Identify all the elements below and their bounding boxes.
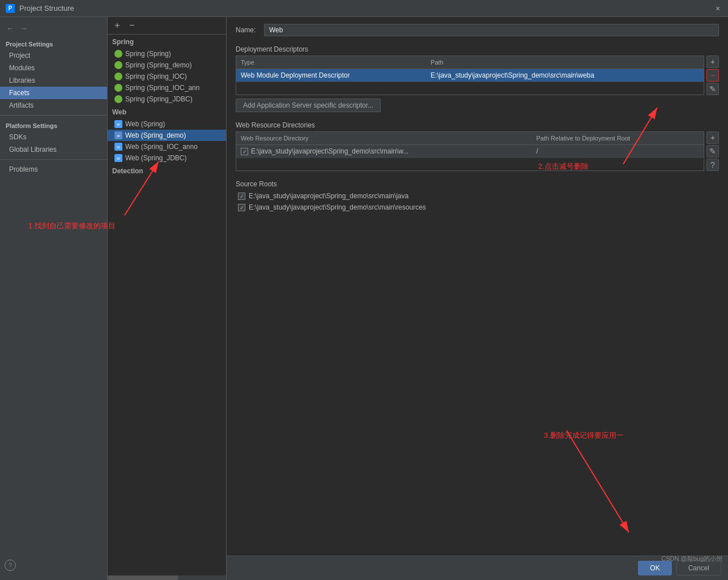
- name-row: Name:: [236, 24, 719, 36]
- project-settings-header: Project Settings: [0, 37, 107, 49]
- table-row[interactable]: Web Module Deployment Descriptor E:\java…: [236, 69, 704, 82]
- web-resource-table-wrapper: Web Resource Directory Path Relative to …: [236, 131, 704, 171]
- forward-button[interactable]: →: [18, 23, 29, 34]
- middle-panel: + − Spring Spring (Spring) Spring (Sprin…: [108, 17, 227, 580]
- tree-item-web-spring[interactable]: w Web (Spring): [108, 118, 226, 130]
- tree-item-web-jdbc[interactable]: w Web (Spring_JDBC): [108, 152, 226, 164]
- deployment-table-wrapper: Type Path Web Module Deployment Descript…: [236, 56, 704, 95]
- sidebar-bottom: ?: [0, 555, 107, 575]
- source-root-path-0: E:\java_study\javaproject\Spring_demo\sr…: [249, 192, 408, 200]
- web-resource-table: Web Resource Directory Path Relative to …: [236, 132, 704, 158]
- spring-group-label: Spring: [108, 35, 226, 48]
- web-resource-title: Web Resource Directories: [236, 121, 719, 129]
- title-bar-left: P Project Structure: [6, 4, 74, 13]
- sidebar-item-artifacts[interactable]: Artifacts: [0, 99, 107, 112]
- back-button[interactable]: ←: [5, 23, 16, 34]
- remove-facet-button[interactable]: −: [126, 19, 138, 32]
- deployment-section-title: Deployment Descriptors: [236, 45, 719, 53]
- sidebar-divider: [0, 115, 107, 116]
- tree-item-web-ioc-anno[interactable]: w Web (Spring_IOC_anno: [108, 141, 226, 152]
- col-type-header: Type: [236, 56, 426, 69]
- col-path-header: Path: [426, 56, 704, 69]
- middle-scroll-area: [108, 575, 226, 580]
- deployment-remove-button[interactable]: −: [706, 69, 719, 82]
- ok-button[interactable]: OK: [638, 561, 671, 575]
- sidebar: ← → Project Settings Project Modules Lib…: [0, 17, 108, 580]
- web-resource-edit-button[interactable]: ✎: [706, 145, 719, 157]
- web-resource-add-button[interactable]: +: [706, 131, 719, 144]
- web-icon-3: w: [114, 143, 122, 151]
- sidebar-item-global-libraries[interactable]: Global Libraries: [0, 143, 107, 156]
- source-root-checkbox-1[interactable]: [238, 204, 245, 211]
- dir-checkbox[interactable]: [241, 148, 248, 155]
- dialog-title: Project Structure: [19, 4, 74, 12]
- source-roots-section: Source Roots E:\java_study\javaproject\S…: [236, 180, 719, 213]
- deployment-add-button[interactable]: +: [706, 56, 719, 68]
- title-bar: P Project Structure ×: [0, 0, 728, 17]
- middle-toolbar: + −: [108, 17, 226, 35]
- name-label: Name:: [236, 26, 258, 34]
- web-icon-4: w: [114, 154, 122, 162]
- spring-icon-5: [114, 95, 122, 103]
- sidebar-item-problems[interactable]: Problems: [0, 163, 107, 176]
- col-dir-header: Web Resource Directory: [236, 132, 531, 145]
- scrollbar-thumb: [108, 575, 178, 580]
- sidebar-item-libraries[interactable]: Libraries: [0, 74, 107, 87]
- cell-path: E:\java_study\javaproject\Spring_demo\sr…: [426, 69, 704, 82]
- source-root-checkbox-0[interactable]: [238, 193, 245, 200]
- deployment-side-buttons: + − ✎: [704, 56, 719, 95]
- deployment-edit-button[interactable]: ✎: [706, 83, 719, 95]
- sidebar-item-sdks[interactable]: SDKs: [0, 131, 107, 143]
- web-group-label: Web: [108, 105, 226, 118]
- deployment-section: Deployment Descriptors Type Path: [236, 45, 719, 112]
- source-roots-title: Source Roots: [236, 180, 719, 188]
- horizontal-scrollbar[interactable]: [108, 575, 226, 580]
- deployment-table: Type Path Web Module Deployment Descript…: [236, 56, 704, 82]
- source-root-row-0: E:\java_study\javaproject\Spring_demo\sr…: [236, 190, 719, 202]
- cancel-button[interactable]: Cancel: [676, 561, 721, 575]
- tree-item-spring-jdbc[interactable]: Spring (Spring_JDBC): [108, 93, 226, 105]
- sidebar-divider-2: [0, 159, 107, 160]
- nav-row: ← →: [0, 22, 107, 35]
- web-resource-table-container: Web Resource Directory Path Relative to …: [236, 131, 719, 171]
- sidebar-item-project[interactable]: Project: [0, 49, 107, 62]
- window-controls: ×: [713, 4, 722, 13]
- spring-icon-2: [114, 61, 122, 69]
- spring-icon: [114, 50, 122, 58]
- web-resource-help-button[interactable]: ?: [706, 159, 719, 171]
- tree-item-web-spring-demo[interactable]: w Web (Spring_demo): [108, 130, 226, 141]
- spring-icon-3: [114, 72, 122, 80]
- source-roots-list: E:\java_study\javaproject\Spring_demo\sr…: [236, 190, 719, 213]
- add-server-button[interactable]: Add Application Server specific descript…: [236, 99, 381, 112]
- tree-item-spring-ioc[interactable]: Spring (Spring_IOC): [108, 71, 226, 82]
- col-rel-path-header: Path Relative to Deployment Root: [531, 132, 704, 145]
- spring-icon-4: [114, 84, 122, 92]
- tree-item-spring-demo[interactable]: Spring (Spring_demo): [108, 59, 226, 71]
- cell-rel-path: /: [531, 145, 704, 158]
- content-panel: Name: Deployment Descriptors Type Pa: [227, 17, 728, 580]
- source-root-path-1: E:\java_study\javaproject\Spring_demo\sr…: [249, 203, 426, 211]
- help-button[interactable]: ?: [5, 560, 16, 571]
- deployment-table-container: Type Path Web Module Deployment Descript…: [236, 56, 719, 95]
- cell-dir: E:\java_study\javaproject\Spring_demo\sr…: [236, 145, 531, 158]
- web-resource-side-buttons: + ✎ ?: [704, 131, 719, 171]
- detection-label: Detection: [108, 164, 226, 177]
- bottom-bar: OK Cancel: [227, 556, 728, 580]
- tree-item-spring-ioc-ann[interactable]: Spring (Spring_IOC_ann: [108, 82, 226, 93]
- tree-item-spring-spring[interactable]: Spring (Spring): [108, 48, 226, 59]
- web-icon-2: w: [114, 131, 122, 139]
- sidebar-item-modules[interactable]: Modules: [0, 62, 107, 74]
- web-icon-1: w: [114, 120, 122, 128]
- sidebar-item-facets[interactable]: Facets: [0, 87, 107, 99]
- content-inner: Name: Deployment Descriptors Type Pa: [227, 17, 728, 556]
- name-input[interactable]: [264, 24, 719, 36]
- cell-type: Web Module Deployment Descriptor: [236, 69, 426, 82]
- app-icon: P: [6, 4, 15, 13]
- close-button[interactable]: ×: [713, 4, 722, 13]
- web-resource-section: Web Resource Directories Web Resource Di…: [236, 121, 719, 171]
- platform-settings-header: Platform Settings: [0, 119, 107, 131]
- add-facet-button[interactable]: +: [111, 19, 124, 32]
- source-root-row-1: E:\java_study\javaproject\Spring_demo\sr…: [236, 202, 719, 213]
- table-row[interactable]: E:\java_study\javaproject\Spring_demo\sr…: [236, 145, 704, 158]
- main-layout: ← → Project Settings Project Modules Lib…: [0, 17, 728, 580]
